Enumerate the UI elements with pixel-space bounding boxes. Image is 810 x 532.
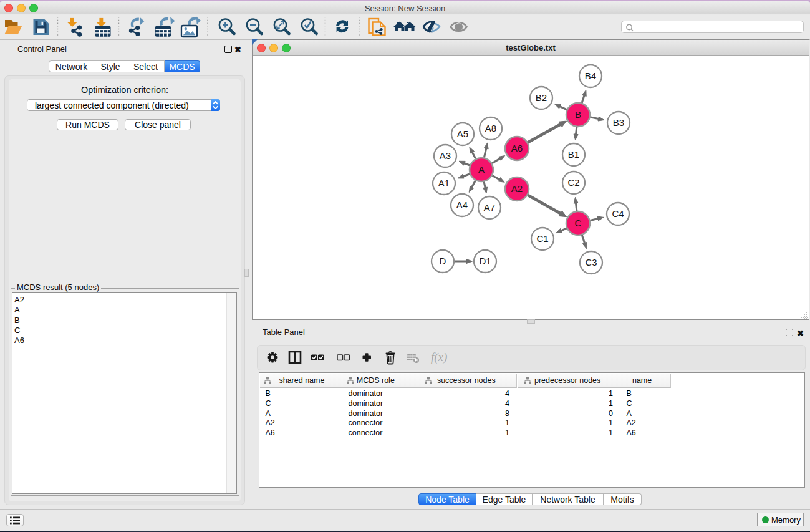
svg-text:A2: A2 (511, 183, 523, 194)
svg-text:C2: C2 (567, 177, 579, 188)
svg-text:f(x): f(x) (431, 351, 447, 364)
svg-text:A5: A5 (457, 128, 468, 139)
svg-text:A3: A3 (440, 150, 451, 161)
svg-text:D: D (440, 256, 446, 266)
svg-text:A8: A8 (485, 123, 496, 133)
svg-text:B: B (575, 109, 581, 120)
svg-text:A: A (478, 164, 485, 175)
svg-text:A7: A7 (484, 202, 495, 213)
svg-text:B4: B4 (585, 70, 596, 81)
svg-text:C3: C3 (585, 257, 597, 268)
svg-text:C1: C1 (536, 233, 548, 244)
svg-text:C4: C4 (612, 208, 624, 219)
svg-text:B2: B2 (536, 92, 547, 103)
svg-text:B3: B3 (613, 117, 624, 128)
svg-text:C: C (575, 218, 582, 228)
svg-text:A1: A1 (438, 178, 450, 188)
svg-text:A4: A4 (456, 200, 468, 210)
svg-text:A6: A6 (511, 143, 523, 153)
svg-text:D1: D1 (479, 256, 491, 266)
svg-text:B1: B1 (568, 149, 579, 160)
